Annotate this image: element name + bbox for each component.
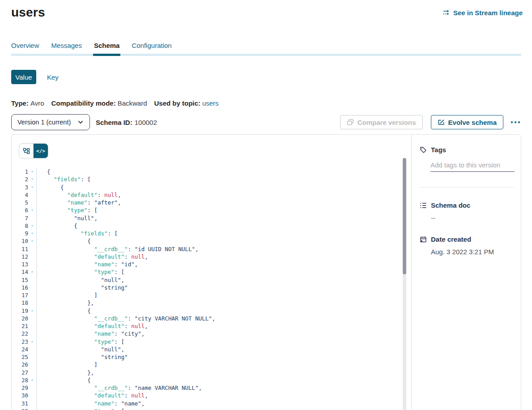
- schema-controls: Version 1 (current) Schema ID:100002 Com…: [11, 114, 521, 130]
- stream-lineage-icon: [443, 9, 450, 16]
- page-header: users See in Stream lineage: [0, 0, 532, 20]
- code-line: 18 },: [12, 299, 411, 307]
- schema-id: Schema ID:100002: [96, 119, 157, 126]
- fold-spacer: [28, 384, 36, 392]
- code-line: 7 "null",: [12, 214, 411, 222]
- tab-messages[interactable]: Messages: [51, 42, 82, 54]
- fold-spacer: [28, 199, 36, 206]
- code-text: "string": [36, 284, 128, 291]
- schema-meta: Type:Avro Compatibility mode:Backward Us…: [11, 99, 532, 107]
- stream-lineage-link[interactable]: See in Stream lineage: [443, 9, 523, 17]
- key-toggle-button[interactable]: Key: [47, 73, 59, 81]
- list-icon: [420, 202, 427, 209]
- line-number: 28: [12, 376, 28, 384]
- date-created-title: Date created: [431, 235, 471, 243]
- code-text: "type": [: [36, 206, 98, 214]
- fold-toggle-icon[interactable]: ▾: [28, 237, 36, 245]
- fold-toggle-icon[interactable]: ▾: [28, 222, 36, 230]
- fold-spacer: [28, 253, 36, 261]
- date-created-value: Aug. 3 2022 3:21 PM: [431, 248, 515, 256]
- fold-toggle-icon[interactable]: ▾: [28, 184, 36, 191]
- compare-versions-label: Compare versions: [358, 119, 416, 126]
- evolve-schema-button[interactable]: Evolve schema: [431, 115, 503, 129]
- fold-spacer: [28, 330, 36, 337]
- fold-spacer: [28, 284, 36, 291]
- code-text: },: [36, 369, 94, 376]
- code-line: 28▾ {: [12, 376, 411, 384]
- calendar-plus-icon: [420, 236, 427, 243]
- code-line: 15 "null",: [12, 276, 411, 284]
- fold-spacer: [28, 322, 36, 330]
- topic-link[interactable]: users: [202, 99, 219, 107]
- fold-spacer: [28, 291, 36, 299]
- fold-toggle-icon[interactable]: ▾: [28, 268, 36, 276]
- line-number: 30: [12, 392, 28, 399]
- line-number: 11: [12, 245, 28, 253]
- tab-overview[interactable]: Overview: [11, 42, 39, 54]
- code-text: "type": [: [36, 338, 124, 346]
- version-select[interactable]: Version 1 (current): [11, 114, 90, 130]
- code-scrollbar[interactable]: [403, 158, 406, 410]
- schema-doc-title: Schema doc: [431, 201, 470, 209]
- fold-toggle-icon[interactable]: ▾: [28, 307, 36, 315]
- compare-versions-button[interactable]: Compare versions: [340, 115, 423, 129]
- schema-panel: </> 1▾{2▾ "fields": [3▾ {4 "default": nu…: [11, 134, 521, 410]
- line-number: 21: [12, 322, 28, 330]
- schema-doc-value: --: [431, 214, 515, 222]
- fold-toggle-icon[interactable]: ▾: [28, 338, 36, 346]
- line-number: 9: [12, 230, 28, 237]
- code-line: 17 ]: [12, 291, 411, 299]
- fold-spacer: [28, 245, 36, 253]
- code-text: "fields": [: [36, 230, 118, 237]
- tree-view-button[interactable]: [19, 144, 34, 158]
- code-text: "null",: [36, 276, 124, 284]
- fold-toggle-icon[interactable]: ▾: [28, 168, 36, 175]
- scrollbar-thumb[interactable]: [403, 158, 406, 274]
- tab-configuration[interactable]: Configuration: [132, 42, 171, 54]
- code-text: "null",: [36, 346, 124, 353]
- more-options-button[interactable]: [510, 119, 521, 126]
- meta-type: Type:Avro: [11, 99, 44, 107]
- code-text: "name": "after",: [36, 199, 121, 206]
- code-text: "default": null,: [36, 191, 121, 199]
- code-text: "__crdb__": "city VARCHAR NOT NULL",: [36, 315, 215, 322]
- fold-toggle-icon[interactable]: ▾: [28, 230, 36, 237]
- code-line: 25 "string": [12, 353, 411, 361]
- code-view-button[interactable]: </>: [34, 144, 48, 158]
- line-number: 5: [12, 199, 28, 206]
- schema-sidebar: Tags Schema doc --: [411, 135, 521, 410]
- line-number: 20: [12, 315, 28, 322]
- meta-compat-value: Backward: [118, 99, 147, 107]
- schema-doc-section: Schema doc --: [420, 201, 515, 222]
- code-line: 6▾ "type": [: [12, 206, 411, 214]
- value-toggle-button[interactable]: Value: [11, 70, 36, 84]
- fold-spacer: [28, 400, 36, 407]
- fold-toggle-icon[interactable]: ▾: [28, 206, 36, 214]
- fold-spacer: [28, 392, 36, 399]
- compare-versions-icon: [347, 119, 354, 126]
- code-text: {: [36, 376, 91, 384]
- tags-section-header: Tags: [420, 146, 515, 154]
- edit-schema-icon: [438, 119, 445, 126]
- meta-type-value: Avro: [30, 99, 44, 107]
- fold-toggle-icon[interactable]: ▾: [28, 175, 36, 183]
- code-text: "name": "id",: [36, 261, 138, 268]
- tab-schema[interactable]: Schema: [94, 42, 120, 54]
- version-select-value: Version 1 (current): [17, 119, 71, 126]
- fold-toggle-icon[interactable]: ▾: [28, 376, 36, 384]
- code-text: "__crdb__": "name VARCHAR NULL",: [36, 384, 202, 392]
- add-tags-input[interactable]: [430, 161, 515, 172]
- fold-spacer: [28, 361, 36, 368]
- code-line: 1▾{: [12, 168, 411, 175]
- line-number: 23: [12, 338, 28, 346]
- code-editor: </> 1▾{2▾ "fields": [3▾ {4 "default": nu…: [12, 135, 411, 410]
- line-number: 32: [12, 407, 28, 410]
- fold-toggle-icon[interactable]: ▾: [28, 407, 36, 410]
- code-line: 12 "default": null,: [12, 253, 411, 261]
- code-text: "default": null,: [36, 322, 148, 330]
- more-options-icon: [511, 121, 513, 123]
- code-line: 10▾ {: [12, 237, 411, 245]
- code-line: 9▾ "fields": [: [12, 230, 411, 237]
- date-created-section: Date created Aug. 3 2022 3:21 PM: [420, 235, 515, 256]
- schema-page: users See in Stream lineage Overview Mes…: [0, 0, 532, 410]
